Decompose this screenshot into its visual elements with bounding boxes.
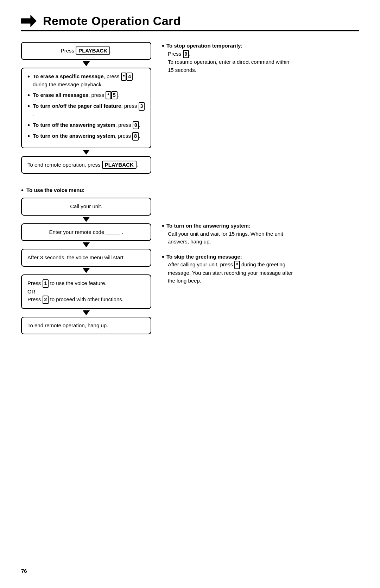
arrow-1 <box>21 61 151 66</box>
bottom-right-section: • To turn on the answering system: Call … <box>162 222 296 285</box>
key-9: 9 <box>183 50 189 58</box>
voice-menu-header: • To use the voice menu: <box>21 186 151 194</box>
or-label: OR <box>27 289 36 295</box>
key-star: * <box>234 261 240 269</box>
right-column: • To stop operation temporarily: Press 9… <box>162 42 296 334</box>
after-3-seconds-box: After 3 seconds, the voice menu will sta… <box>21 249 151 267</box>
skip-greeting-body: After calling your unit, press * during … <box>168 261 296 285</box>
page-header: Remote Operation Card <box>21 14 359 28</box>
page-title: Remote Operation Card <box>43 14 181 28</box>
press-period: . <box>110 48 112 54</box>
press-1-text2: to use the voice feature. <box>49 280 106 286</box>
stop-temp-body: Press 9. To resume operation, enter a di… <box>168 50 296 74</box>
arrow-3 <box>21 217 151 222</box>
resume-text: To resume operation, enter a direct comm… <box>168 59 289 73</box>
arrow-6 <box>21 310 151 315</box>
arrow-5 <box>21 268 151 273</box>
end-hang-up-box: To end remote operation, hang up. <box>21 317 151 335</box>
header-arrow-icon <box>21 15 37 27</box>
header-divider <box>21 30 359 31</box>
press-playback-text: Press <box>61 48 76 54</box>
press-playback-box: Press PLAYBACK. <box>21 42 151 60</box>
call-unit-box: Call your unit. <box>21 198 151 216</box>
end-hang-up-text: To end remote operation, hang up. <box>27 322 108 328</box>
skip-greeting-header: To skip the greeting message: <box>166 253 242 261</box>
bullets-box: • To erase a specific message, press *4 … <box>21 68 151 148</box>
press-1-or-2-box: Press 1 to use the voice feature. OR Pre… <box>21 274 151 309</box>
press-9-text: Press <box>168 51 183 57</box>
bullet-pager: • To turn on/off the pager call feature,… <box>27 102 145 118</box>
bullet-turn-off-answering: • To turn off the answering system, pres… <box>27 121 145 130</box>
turn-on-answering-section: • To turn on the answering system: Call … <box>162 222 296 246</box>
press-1-text1: Press <box>27 280 43 286</box>
turn-on-answering-header: To turn on the answering system: <box>166 222 251 230</box>
arrow-2 <box>21 150 151 155</box>
main-content: Press PLAYBACK. • To erase a specific me… <box>21 42 359 334</box>
voice-menu-label: To use the voice menu: <box>26 186 85 194</box>
enter-code-box: Enter your remote code _____ . <box>21 223 151 241</box>
end-op-text1: To end remote operation, press <box>27 162 102 168</box>
arrow-4 <box>21 242 151 247</box>
enter-code-text: Enter your remote code _____ . <box>49 229 124 235</box>
skip-greeting-section: • To skip the greeting message: After ca… <box>162 253 296 285</box>
end-operation-box: To end remote operation, press PLAYBACK. <box>21 156 151 174</box>
end-playback-key: PLAYBACK <box>102 161 137 169</box>
stop-temp-header: To stop operation temporarily: <box>166 42 242 50</box>
press-2-text1: Press <box>27 296 43 302</box>
end-op-text2: . <box>137 162 138 168</box>
bullet-erase-specific: • To erase a specific message, press *4 … <box>27 73 145 88</box>
playback-key: PLAYBACK <box>76 47 110 55</box>
key-2: 2 <box>43 296 49 304</box>
left-column: Press PLAYBACK. • To erase a specific me… <box>21 42 151 334</box>
skip-greeting-text1: After calling your unit, press <box>168 261 234 267</box>
key-1: 1 <box>43 279 49 288</box>
after-3-seconds-text: After 3 seconds, the voice menu will sta… <box>27 254 125 260</box>
press-2-text2: to proceed with other functions. <box>49 296 124 302</box>
bottom-left-section: • To use the voice menu: Call your unit.… <box>21 186 151 334</box>
bullet-erase-all: • To erase all messages, press *5. <box>27 91 145 100</box>
call-unit-text: Call your unit. <box>70 203 102 209</box>
bullet-turn-on-answering: • To turn on the answering system, press… <box>27 132 145 141</box>
turn-on-answering-body: Call your unit and wait for 15 rings. Wh… <box>168 230 296 246</box>
page-number: 76 <box>21 568 27 574</box>
stop-temp-section: • To stop operation temporarily: Press 9… <box>162 42 296 74</box>
